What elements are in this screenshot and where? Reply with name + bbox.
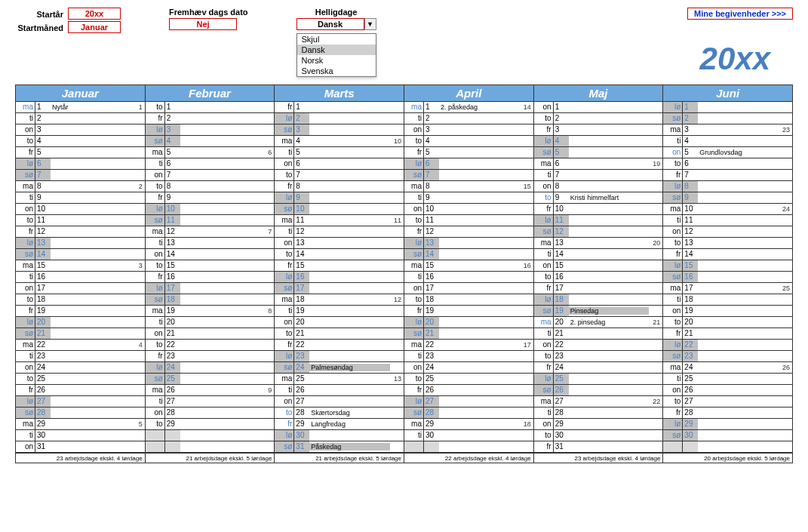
day-row[interactable]: on3 — [16, 125, 145, 136]
day-row[interactable]: lø17 — [146, 283, 275, 294]
day-row[interactable]: to25 — [404, 374, 533, 385]
day-row[interactable]: ti11 — [663, 215, 792, 226]
day-row[interactable]: ti30 — [16, 430, 145, 441]
day-row[interactable]: ti7 — [534, 170, 663, 181]
day-row[interactable]: to7 — [275, 170, 404, 181]
day-row[interactable]: ti30 — [404, 430, 533, 441]
day-row[interactable]: sø21 — [404, 328, 533, 340]
day-row[interactable]: on22 — [534, 340, 663, 351]
day-row[interactable]: on15 — [534, 260, 663, 272]
day-row[interactable]: ma323 — [663, 125, 792, 136]
day-row[interactable]: sø14 — [404, 249, 533, 260]
day-row[interactable]: sø16 — [663, 272, 792, 283]
day-row[interactable]: sø10 — [275, 204, 404, 215]
day-row[interactable]: on19 — [663, 306, 792, 317]
day-row[interactable]: sø28 — [404, 407, 533, 419]
day-row[interactable]: ma1812 — [275, 294, 404, 306]
day-row[interactable]: to27 — [663, 396, 792, 407]
day-row[interactable]: fr22 — [275, 340, 404, 351]
day-row[interactable]: ma127 — [146, 226, 275, 238]
day-row[interactable]: ma410 — [275, 136, 404, 147]
fremhaev-input[interactable]: Nej — [169, 18, 237, 30]
day-row[interactable]: on5Grundlovsdag — [663, 147, 792, 158]
day-row[interactable]: lø3 — [146, 125, 275, 136]
day-row[interactable]: to30 — [534, 430, 663, 441]
day-row[interactable]: lø9 — [275, 192, 404, 204]
day-row[interactable]: sø5 — [534, 147, 663, 158]
day-row[interactable]: on3 — [404, 125, 533, 136]
day-row[interactable]: ti26 — [275, 385, 404, 396]
day-row[interactable]: on31 — [16, 441, 145, 453]
day-row[interactable]: ma2217 — [404, 340, 533, 351]
day-row[interactable]: lø22 — [663, 340, 792, 351]
day-row[interactable]: to23 — [534, 351, 663, 362]
day-row[interactable]: to21 — [275, 328, 404, 340]
day-row[interactable]: ma2426 — [663, 362, 792, 374]
day-row[interactable]: on28 — [146, 407, 275, 419]
day-row[interactable]: lø4 — [534, 136, 663, 147]
day-row[interactable]: ti12 — [275, 226, 404, 238]
day-row[interactable]: ma82 — [16, 181, 145, 192]
day-row[interactable]: fr21 — [663, 328, 792, 340]
startmaned-input[interactable]: Januar — [68, 21, 121, 33]
day-row[interactable]: fr31 — [534, 441, 663, 453]
day-row[interactable]: to13 — [663, 238, 792, 249]
day-row[interactable]: ma1516 — [404, 260, 533, 272]
day-row[interactable]: lø29 — [663, 419, 792, 430]
day-row[interactable]: sø30 — [663, 430, 792, 441]
day-row[interactable]: ma56 — [146, 147, 275, 158]
day-row[interactable]: on8 — [534, 181, 663, 192]
day-row[interactable]: on29 — [534, 419, 663, 430]
day-row[interactable]: to18 — [16, 294, 145, 306]
day-row[interactable]: to20 — [663, 317, 792, 328]
day-row[interactable]: ti6 — [146, 158, 275, 170]
day-row[interactable]: fr5 — [404, 147, 533, 158]
day-row[interactable]: ma815 — [404, 181, 533, 192]
day-row[interactable]: ti19 — [275, 306, 404, 317]
day-row[interactable]: sø9 — [663, 192, 792, 204]
day-row[interactable]: on24 — [16, 362, 145, 374]
day-row[interactable]: fr10 — [534, 204, 663, 215]
day-row[interactable]: sø21 — [16, 328, 145, 340]
day-row[interactable]: on17 — [404, 283, 533, 294]
dropdown-option[interactable]: Dansk — [297, 45, 376, 55]
day-row[interactable]: sø31Påskedag — [275, 441, 404, 453]
day-row[interactable]: lø13 — [404, 238, 533, 249]
day-row[interactable]: on10 — [16, 204, 145, 215]
day-row[interactable]: sø23 — [663, 351, 792, 362]
day-row[interactable]: ti14 — [534, 249, 663, 260]
mine-begivenheder-link[interactable]: Mine begivenheder >>> — [687, 8, 793, 20]
day-row[interactable]: lø20 — [16, 317, 145, 328]
helligdage-dropdown[interactable]: SkjulDanskNorskSvenska — [296, 33, 376, 77]
day-row[interactable]: fr9 — [146, 192, 275, 204]
day-row[interactable]: fr7 — [663, 170, 792, 181]
day-row[interactable]: ma619 — [534, 158, 663, 170]
day-row[interactable]: to15 — [146, 260, 275, 272]
day-row[interactable]: ma1725 — [663, 283, 792, 294]
day-row[interactable]: fr14 — [663, 249, 792, 260]
day-row[interactable]: ma224 — [16, 340, 145, 351]
day-row[interactable]: to11 — [404, 215, 533, 226]
day-row[interactable]: ti2 — [16, 113, 145, 125]
day-row[interactable]: ma12. påskedag14 — [404, 102, 533, 113]
day-row[interactable]: on10 — [404, 204, 533, 215]
day-row[interactable]: ti13 — [146, 238, 275, 249]
day-row[interactable]: lø30 — [275, 430, 404, 441]
day-row[interactable]: to4 — [404, 136, 533, 147]
dropdown-option[interactable]: Svenska — [297, 66, 376, 76]
day-row[interactable]: ti16 — [16, 272, 145, 283]
day-row[interactable]: to25 — [16, 374, 145, 385]
day-row[interactable]: on6 — [275, 158, 404, 170]
day-row[interactable]: to16 — [534, 272, 663, 283]
day-row[interactable]: to14 — [275, 249, 404, 260]
day-row[interactable]: to4 — [16, 136, 145, 147]
day-row[interactable]: ti20 — [146, 317, 275, 328]
day-row[interactable]: to11 — [16, 215, 145, 226]
day-row[interactable]: lø6 — [404, 158, 533, 170]
day-row[interactable]: ma153 — [16, 260, 145, 272]
day-row[interactable]: on12 — [663, 226, 792, 238]
day-row[interactable]: ma2722 — [534, 396, 663, 407]
day-row[interactable]: ti5 — [275, 147, 404, 158]
day-row[interactable]: on7 — [146, 170, 275, 181]
day-row[interactable]: lø23 — [275, 351, 404, 362]
